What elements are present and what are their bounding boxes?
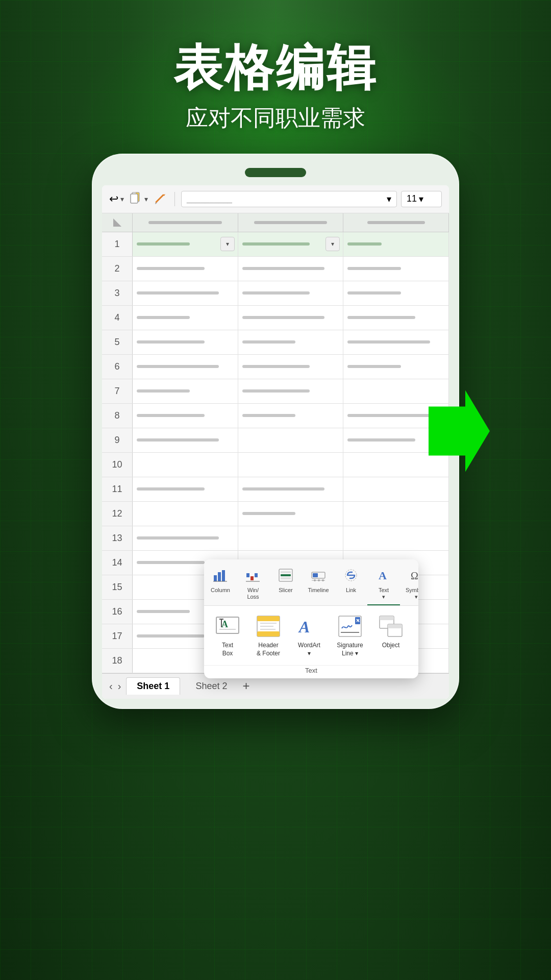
row-number: 3 — [102, 281, 133, 305]
svg-text:A: A — [221, 619, 228, 629]
textbox-button[interactable]: A TextBox — [207, 610, 248, 660]
data-cell[interactable] — [238, 477, 344, 501]
data-cell[interactable] — [133, 257, 238, 281]
textbox-icon: A — [213, 613, 242, 640]
sheet-tab-2[interactable]: Sheet 2 — [185, 678, 237, 695]
slicer-icon — [274, 566, 297, 585]
prev-sheet-button[interactable]: ‹ — [109, 680, 113, 692]
data-cell[interactable] — [133, 404, 238, 428]
dropdown-button[interactable]: ▾ — [220, 237, 235, 251]
header-footer-label: Header& Footer — [257, 642, 280, 657]
svg-rect-9 — [251, 576, 254, 580]
data-cell[interactable] — [133, 477, 238, 501]
sheet-tab-1[interactable]: Sheet 1 — [126, 677, 180, 695]
corner-cell — [102, 213, 133, 232]
paste-button[interactable]: ▾ — [128, 190, 148, 208]
sub-title: 应对不同职业需求 — [173, 103, 378, 133]
next-sheet-button[interactable]: › — [118, 680, 121, 692]
table-row: 8 — [102, 404, 449, 428]
font-dropdown-icon: ▾ — [387, 193, 391, 205]
slicer-label: Slicer — [279, 587, 293, 594]
data-cell[interactable] — [343, 257, 449, 281]
add-sheet-button[interactable]: + — [242, 680, 249, 692]
table-row: 10 — [102, 453, 449, 477]
data-cell[interactable] — [343, 306, 449, 330]
data-cell[interactable] — [133, 379, 238, 403]
header-footer-icon — [254, 613, 283, 640]
column-label: Column — [211, 587, 230, 594]
row-number: 14 — [102, 551, 133, 575]
spreadsheet: ↩ ▾ ▾ — [102, 185, 449, 699]
data-cell[interactable] — [238, 502, 344, 526]
insert-winloss-button[interactable]: Win/Loss — [237, 564, 269, 605]
data-cell[interactable] — [238, 453, 344, 477]
insert-bottom-toolbar: A TextBox — [204, 606, 418, 665]
data-cell[interactable] — [343, 281, 449, 305]
insert-slicer-button[interactable]: Slicer — [269, 564, 302, 605]
table-row: 9 — [102, 428, 449, 453]
main-title: 表格编辑 — [173, 41, 378, 95]
data-cell[interactable] — [238, 281, 344, 305]
winloss-icon — [242, 566, 264, 585]
data-cell[interactable] — [343, 232, 449, 256]
data-cell[interactable] — [343, 330, 449, 354]
row-number: 5 — [102, 330, 133, 354]
insert-top-toolbar: Column — [204, 559, 418, 606]
wordart-button[interactable]: A WordArt▾ — [289, 610, 330, 660]
insert-timeline-button[interactable]: Timeline — [302, 564, 335, 605]
svg-rect-6 — [222, 570, 225, 581]
data-cell[interactable] — [343, 477, 449, 501]
data-cell[interactable] — [238, 428, 344, 452]
object-icon — [377, 613, 405, 640]
col-header-a — [133, 213, 238, 232]
data-cell[interactable] — [238, 257, 344, 281]
winloss-label: Win/Loss — [247, 587, 259, 600]
data-cell[interactable] — [133, 330, 238, 354]
data-cell[interactable] — [343, 502, 449, 526]
data-cell[interactable] — [238, 379, 344, 403]
table-row: 7 — [102, 379, 449, 404]
data-cell[interactable] — [133, 526, 238, 550]
text-section-label: Text — [204, 665, 418, 678]
table-row: 1 ▾ ▾ — [102, 232, 449, 257]
svg-rect-17 — [313, 573, 318, 577]
row-number: 2 — [102, 257, 133, 281]
data-cell[interactable] — [133, 453, 238, 477]
object-button[interactable]: Object — [370, 610, 411, 660]
data-cell[interactable] — [133, 428, 238, 452]
data-cell[interactable] — [238, 404, 344, 428]
data-cell[interactable] — [238, 526, 344, 550]
svg-rect-43 — [380, 616, 394, 620]
data-cell[interactable]: ▾ — [133, 232, 238, 256]
data-cell[interactable] — [343, 526, 449, 550]
font-size-selector[interactable]: 11 ▾ — [401, 191, 442, 207]
font-selector[interactable]: __________ ▾ — [181, 191, 397, 207]
insert-column-button[interactable]: Column — [204, 564, 237, 605]
data-cell[interactable] — [238, 330, 344, 354]
data-cell[interactable] — [133, 502, 238, 526]
phone-notch — [245, 168, 306, 177]
header-footer-button[interactable]: Header& Footer — [248, 610, 289, 660]
data-cell[interactable] — [133, 355, 238, 379]
data-cell[interactable] — [133, 306, 238, 330]
brush-button[interactable] — [152, 192, 168, 206]
col-header-c — [343, 213, 449, 232]
data-cell[interactable]: ▾ — [238, 232, 344, 256]
svg-rect-45 — [388, 624, 402, 628]
data-cell[interactable] — [133, 281, 238, 305]
dropdown-button[interactable]: ▾ — [325, 237, 340, 251]
data-cell[interactable] — [238, 355, 344, 379]
insert-text-button[interactable]: A Text▾ — [367, 564, 400, 605]
insert-link-button[interactable]: Link — [335, 564, 367, 605]
signature-line-button[interactable]: SignatureLine ▾ — [330, 610, 370, 660]
insert-symbols-button[interactable]: Ω Symbols▾ — [400, 564, 418, 605]
data-cell[interactable] — [343, 355, 449, 379]
data-cell[interactable] — [238, 306, 344, 330]
row-number: 17 — [102, 624, 133, 648]
undo-chevron: ▾ — [120, 195, 124, 203]
row-number: 4 — [102, 306, 133, 330]
undo-button[interactable]: ↩ ▾ — [109, 192, 124, 206]
font-size-value: 11 — [407, 193, 417, 204]
undo-icon: ↩ — [109, 192, 118, 206]
row-number: 18 — [102, 649, 133, 673]
